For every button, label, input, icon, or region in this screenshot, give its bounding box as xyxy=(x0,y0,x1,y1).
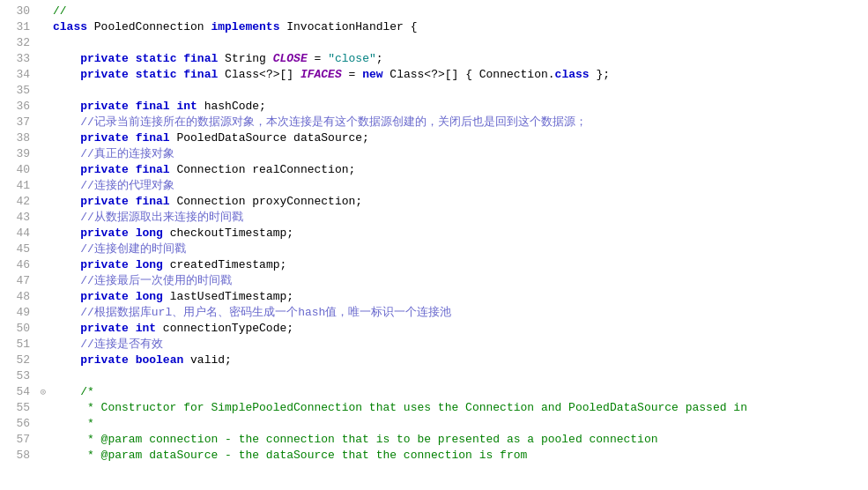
code-line: 39 //真正的连接对象 xyxy=(0,146,868,162)
code-token: boolean xyxy=(136,353,184,367)
code-token: //记录当前连接所在的数据源对象，本次连接是有这个数据源创建的，关闭后也是回到这… xyxy=(53,115,587,129)
code-line: 56 * xyxy=(0,416,868,432)
code-token xyxy=(53,353,80,367)
code-token xyxy=(129,322,136,335)
code-line: 36 private final int hashCode; xyxy=(0,99,868,115)
code-line: 51 //连接是否有效 xyxy=(0,337,868,353)
line-content xyxy=(49,83,60,99)
line-number: 37 xyxy=(0,115,37,130)
code-token xyxy=(53,226,80,240)
code-token: Connection realConnection; xyxy=(170,163,356,176)
code-token: //连接最后一次使用的时间戳 xyxy=(53,274,232,287)
code-token: String xyxy=(218,52,272,65)
line-content: private long lastUsedTimestamp; xyxy=(49,289,293,305)
code-token: implements xyxy=(211,20,279,33)
code-line: 31class PooledConnection implements Invo… xyxy=(0,19,868,35)
code-line: 48 private long lastUsedTimestamp; xyxy=(0,289,868,305)
code-token xyxy=(129,258,136,271)
line-content: * Constructor for SimplePooledConnection… xyxy=(49,400,747,416)
code-token xyxy=(129,68,136,81)
code-token: final xyxy=(183,68,218,81)
line-content: private final Connection realConnection; xyxy=(49,162,355,178)
code-token: PooledConnection xyxy=(87,20,211,33)
line-number: 42 xyxy=(0,194,37,210)
code-line: 42 private final Connection proxyConnect… xyxy=(0,194,868,210)
line-content xyxy=(49,35,60,51)
code-token xyxy=(129,100,136,113)
code-token: PooledDataSource dataSource; xyxy=(170,131,369,145)
code-token: * Constructor for SimplePooledConnection… xyxy=(53,401,747,414)
code-token: valid; xyxy=(183,353,232,367)
line-content: //连接最后一次使用的时间戳 xyxy=(49,273,232,289)
line-number: 43 xyxy=(0,210,37,226)
code-token: checkoutTimestamp; xyxy=(163,226,293,240)
code-token xyxy=(53,131,80,145)
line-content: * @param connection - the connection tha… xyxy=(49,432,658,448)
code-line: 41 //连接的代理对象 xyxy=(0,178,868,194)
line-number: 53 xyxy=(0,368,37,384)
code-line: 52 private boolean valid; xyxy=(0,353,868,368)
code-line: 40 private final Connection realConnecti… xyxy=(0,162,868,178)
line-content: private static final String CLOSE = "clo… xyxy=(49,51,383,67)
code-token: class xyxy=(555,68,590,81)
line-number: 30 xyxy=(0,4,37,19)
code-token: = xyxy=(308,52,328,65)
code-token: Connection proxyConnection; xyxy=(170,195,362,208)
line-number: 34 xyxy=(0,67,37,83)
line-content: //连接是否有效 xyxy=(49,337,163,353)
code-token xyxy=(53,163,80,176)
line-content: private long createdTimestamp; xyxy=(49,257,286,273)
code-token: ; xyxy=(376,52,383,65)
code-line: 35 xyxy=(0,83,868,99)
code-token: /* xyxy=(53,385,94,398)
code-token xyxy=(53,290,80,303)
line-number: 51 xyxy=(0,337,37,353)
code-token: private xyxy=(80,163,129,176)
code-token xyxy=(53,52,80,65)
line-number: 35 xyxy=(0,83,37,99)
code-token: static xyxy=(136,68,177,81)
code-token: * xyxy=(53,417,94,430)
line-number: 40 xyxy=(0,162,37,178)
line-content: // xyxy=(49,4,67,19)
code-line: 46 private long createdTimestamp; xyxy=(0,257,868,273)
line-number: 49 xyxy=(0,305,37,321)
code-token: private xyxy=(80,258,129,271)
line-content: //根据数据库url、用户名、密码生成一个hash值，唯一标识一个连接池 xyxy=(49,305,451,321)
line-number: 45 xyxy=(0,241,37,257)
line-number: 57 xyxy=(0,432,37,448)
code-token: //连接是否有效 xyxy=(53,338,163,351)
line-number: 39 xyxy=(0,146,37,162)
code-token: final xyxy=(136,131,170,145)
line-content: //真正的连接对象 xyxy=(49,146,174,162)
line-content: private static final Class<?>[] IFACES =… xyxy=(49,67,610,83)
code-token: private xyxy=(80,131,129,145)
code-line: 47 //连接最后一次使用的时间戳 xyxy=(0,273,868,289)
line-content: * xyxy=(49,416,94,432)
code-token: connectionTypeCode; xyxy=(156,322,293,335)
line-content: private final Connection proxyConnection… xyxy=(49,194,362,210)
line-content xyxy=(49,368,60,384)
code-line: 32 xyxy=(0,35,868,51)
code-token xyxy=(53,258,80,271)
code-token: // xyxy=(53,4,67,18)
code-token: private xyxy=(80,52,129,65)
code-line: 45 //连接创建的时间戳 xyxy=(0,241,868,257)
code-token: int xyxy=(136,322,156,335)
code-line: 38 private final PooledDataSource dataSo… xyxy=(0,130,868,146)
line-content: //从数据源取出来连接的时间戳 xyxy=(49,210,243,226)
code-token: final xyxy=(183,52,218,65)
line-content: private boolean valid; xyxy=(49,353,232,368)
code-token xyxy=(129,226,136,240)
code-token: private xyxy=(80,226,129,240)
code-token: * @param dataSource - the dataSource tha… xyxy=(53,449,527,462)
code-line: 49 //根据数据库url、用户名、密码生成一个hash值，唯一标识一个连接池 xyxy=(0,305,868,321)
code-token xyxy=(129,52,136,65)
code-token: "close" xyxy=(328,52,376,65)
code-token: createdTimestamp; xyxy=(163,258,286,271)
line-number: 58 xyxy=(0,448,37,464)
line-number: 44 xyxy=(0,226,37,241)
code-token: long xyxy=(136,258,163,271)
line-number: 38 xyxy=(0,130,37,146)
code-token: IFACES xyxy=(300,68,342,81)
